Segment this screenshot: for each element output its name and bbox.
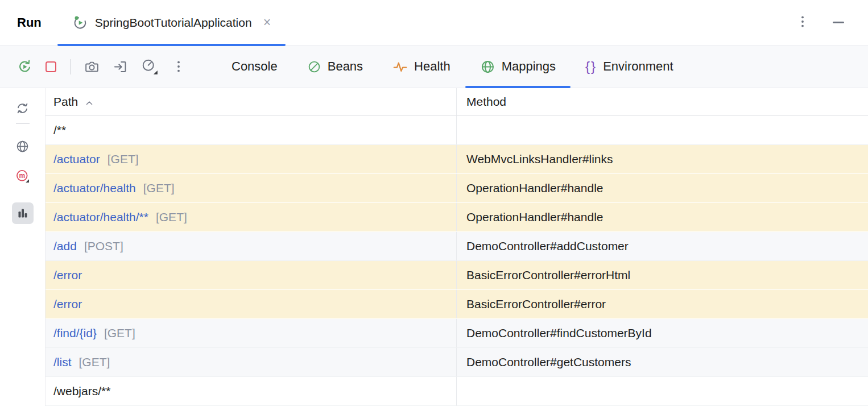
- method-cell: WebMvcLinksHandler#links: [457, 145, 868, 173]
- tab-health[interactable]: Health: [378, 45, 465, 88]
- left-sidebar: m: [0, 88, 46, 406]
- run-tool-window: Run SpringBootTutorialApplication ×: [0, 0, 868, 406]
- path-header-label: Path: [53, 95, 78, 109]
- method-text: DemoController#findCustomerById: [466, 326, 652, 340]
- path-link[interactable]: /actuator/health/**: [53, 210, 148, 224]
- method-text: DemoController#addCustomer: [466, 239, 629, 253]
- window-controls: [795, 14, 851, 31]
- tab-environment[interactable]: {}Environment: [571, 45, 688, 88]
- method-cell: BasicErrorController#errorHtml: [457, 261, 868, 289]
- table-row: /actuator/health[GET]OperationHandler#ha…: [46, 174, 868, 203]
- stop-button[interactable]: [46, 61, 56, 72]
- path-cell: /webjars/**: [46, 377, 457, 405]
- method-text: DemoController#getCustomers: [466, 355, 631, 369]
- table-row: /**: [46, 116, 868, 145]
- path-link[interactable]: /error: [53, 297, 82, 311]
- method-cell: DemoController#getCustomers: [457, 348, 868, 376]
- method-cell: [457, 116, 868, 144]
- path-link[interactable]: /actuator/health: [53, 181, 136, 195]
- http-verb: [GET]: [108, 152, 139, 166]
- http-verb: [GET]: [156, 210, 187, 224]
- refresh-mappings-button[interactable]: [12, 97, 34, 119]
- path-column-header[interactable]: Path: [46, 88, 457, 115]
- toolbar-tabs: ConsoleBeansHealthMappings{}Environment: [217, 45, 688, 88]
- http-verb: [GET]: [143, 181, 175, 195]
- m-circle-icon: m: [15, 169, 30, 183]
- path-cell: /find/{id}[GET]: [46, 319, 457, 347]
- table-row: /webjars/**: [46, 377, 868, 406]
- method-text: OperationHandler#handle: [466, 181, 604, 195]
- run-config-tab[interactable]: SpringBootTutorialApplication ×: [57, 0, 286, 45]
- close-icon[interactable]: ×: [263, 16, 271, 29]
- columns-icon: [16, 206, 30, 220]
- gauge-dropdown-icon: [141, 58, 158, 75]
- mappings-table: Path Method /**/actuator[GET]WebMvcLinks…: [46, 88, 868, 406]
- method-cell: DemoController#addCustomer: [457, 232, 868, 260]
- tab-label: Health: [414, 59, 450, 74]
- tab-mappings[interactable]: Mappings: [465, 45, 571, 88]
- exit-arrow-icon: [113, 59, 128, 74]
- table-header: Path Method: [46, 88, 868, 116]
- tool-window-title: Run: [17, 15, 42, 30]
- table-row: /errorBasicErrorController#error: [46, 290, 868, 319]
- tab-beans[interactable]: Beans: [292, 45, 378, 88]
- table-row: /add[POST]DemoController#addCustomer: [46, 232, 868, 261]
- show-columns-button[interactable]: [12, 202, 34, 224]
- tab-label: Mappings: [502, 59, 556, 74]
- minimize-icon: [833, 22, 844, 23]
- thread-dump-button[interactable]: [84, 59, 100, 74]
- method-cell: BasicErrorController#error: [457, 290, 868, 318]
- tab-label: Environment: [603, 59, 673, 74]
- title-bar: Run SpringBootTutorialApplication ×: [0, 0, 868, 45]
- more-button[interactable]: [171, 59, 186, 74]
- gauge-button[interactable]: [141, 58, 158, 75]
- exit-button[interactable]: [113, 59, 128, 74]
- path-link[interactable]: /list: [53, 355, 72, 369]
- mappings-globe-icon: [480, 59, 495, 74]
- method-cell: OperationHandler#handle: [457, 174, 868, 202]
- path-cell: /actuator/health[GET]: [46, 174, 457, 202]
- path-text: /**: [53, 123, 66, 137]
- tab-label: Console: [232, 59, 278, 74]
- table-row: /errorBasicErrorController#errorHtml: [46, 261, 868, 290]
- web-endpoints-button[interactable]: [12, 135, 34, 157]
- more-options-button[interactable]: [795, 14, 810, 31]
- method-text: BasicErrorController#errorHtml: [466, 268, 630, 282]
- tab-console[interactable]: Console: [217, 45, 292, 88]
- path-link[interactable]: /find/{id}: [53, 326, 97, 340]
- health-pulse-icon: [392, 59, 408, 74]
- run-config-tab-label: SpringBootTutorialApplication: [95, 16, 252, 30]
- path-link[interactable]: /actuator: [53, 152, 100, 166]
- rerun-button[interactable]: [17, 59, 32, 74]
- method-header-label: Method: [466, 95, 506, 109]
- tab-label: Beans: [328, 59, 363, 74]
- toolbar-actions: [17, 45, 186, 88]
- sync-icon: [15, 101, 30, 115]
- method-text: OperationHandler#handle: [466, 210, 604, 224]
- path-text: /webjars/**: [53, 384, 110, 398]
- path-cell: /error: [46, 261, 457, 289]
- globe-icon: [15, 139, 30, 154]
- path-cell: /add[POST]: [46, 232, 457, 260]
- path-link[interactable]: /error: [53, 268, 82, 282]
- method-column-header[interactable]: Method: [457, 88, 868, 115]
- rerun-icon: [17, 59, 32, 74]
- path-link[interactable]: /add: [53, 239, 77, 253]
- path-cell: /error: [46, 290, 457, 318]
- minimize-button[interactable]: [833, 22, 844, 23]
- method-cell: OperationHandler#handle: [457, 203, 868, 231]
- http-verb: [GET]: [79, 355, 110, 369]
- path-cell: /actuator[GET]: [46, 145, 457, 173]
- path-cell: /actuator/health/**[GET]: [46, 203, 457, 231]
- main-area: m Path Method /**/actuator[GET]WebMvcLin…: [0, 88, 868, 406]
- table-row: /find/{id}[GET]DemoController#findCustom…: [46, 319, 868, 348]
- http-verb: [POST]: [84, 239, 123, 253]
- http-verb: [GET]: [104, 326, 135, 340]
- table-row: /list[GET]DemoController#getCustomers: [46, 348, 868, 377]
- path-cell: /**: [46, 116, 457, 144]
- method-text: BasicErrorController#error: [466, 297, 606, 311]
- micrometer-button[interactable]: m: [12, 165, 34, 187]
- table-row: /actuator[GET]WebMvcLinksHandler#links: [46, 145, 868, 174]
- kebab-icon: [171, 59, 186, 74]
- sidebar-divider: [16, 123, 30, 124]
